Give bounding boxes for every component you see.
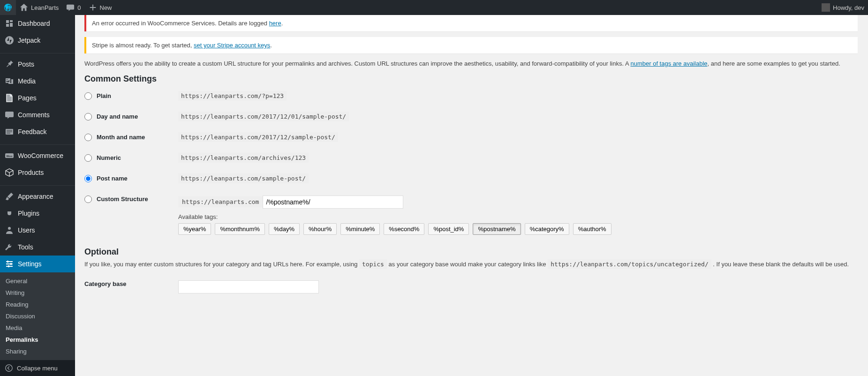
comment-icon [66, 3, 75, 12]
menu-label: Appearance [18, 193, 53, 200]
submenu-item-discussion[interactable]: Discussion [0, 310, 75, 319]
sidebar-item-comments[interactable]: Comments [0, 106, 75, 123]
optional-text: If you like, you may enter custom struct… [84, 260, 859, 270]
example-dayname: https://leanparts.com/2017/12/01/sample-… [178, 112, 349, 121]
permalink-option-custom[interactable]: Custom Structure [84, 196, 174, 203]
menu-label: Pages [18, 94, 37, 102]
wp-logo[interactable] [0, 0, 16, 15]
howdy-text: Howdy, dev [833, 4, 864, 11]
svg-point-2 [7, 79, 8, 80]
sidebar-item-woocommerce[interactable]: WooWooCommerce [0, 147, 75, 164]
tag-button-hour[interactable]: %hour% [303, 223, 337, 235]
feedback-icon [5, 127, 14, 136]
avatar-icon [822, 3, 830, 12]
permalink-option-plain[interactable]: Plain [84, 92, 174, 100]
sidebar-item-pages[interactable]: Pages [0, 90, 75, 106]
svg-rect-10 [8, 265, 9, 267]
sidebar-item-appearance[interactable]: Appearance [0, 188, 75, 205]
category-base-input[interactable] [178, 280, 319, 293]
tag-button-monthnum[interactable]: %monthnum% [215, 223, 265, 235]
permalink-option-monthname[interactable]: Month and name [84, 134, 174, 141]
custom-structure-input[interactable] [263, 196, 403, 209]
sliders-icon [5, 259, 14, 269]
woo-icon: Woo [5, 151, 14, 160]
tag-button-day[interactable]: %day% [269, 223, 300, 235]
permalink-option-postname[interactable]: Post name [84, 175, 174, 182]
sidebar-item-plugins[interactable]: Plugins [0, 205, 75, 222]
menu-label: Settings [18, 260, 42, 268]
woocommerce-error-notice: An error occurred in WooCommerce Service… [84, 15, 858, 31]
submenu-item-reading[interactable]: Reading [0, 299, 75, 310]
menu-label: Media [18, 77, 36, 85]
tag-button-second[interactable]: %second% [384, 223, 424, 235]
svg-point-7 [8, 227, 11, 230]
brush-icon [5, 192, 14, 201]
new-content-link[interactable]: New [85, 0, 116, 15]
permalink-option-numeric[interactable]: Numeric [84, 154, 174, 162]
comment-icon [5, 110, 14, 120]
jetpack-icon [5, 36, 14, 45]
svg-point-1 [5, 36, 14, 45]
menu-label: Products [18, 169, 44, 176]
comments-count: 0 [77, 4, 81, 11]
menu-label: Posts [18, 60, 34, 68]
custom-prefix: https://leanparts.com [178, 196, 263, 207]
sidebar-item-users[interactable]: Users [0, 222, 75, 239]
tag-button-post_id[interactable]: %post_id% [428, 223, 469, 235]
sidebar-item-products[interactable]: Products [0, 164, 75, 181]
menu-label: Jetpack [18, 37, 40, 44]
pin-icon [5, 60, 14, 69]
sidebar-item-settings[interactable]: Settings [0, 256, 75, 272]
tag-button-author[interactable]: %author% [573, 223, 611, 235]
radio-custom[interactable] [84, 196, 92, 203]
tag-button-category[interactable]: %category% [525, 223, 569, 235]
example-monthname: https://leanparts.com/2017/12/sample-pos… [178, 132, 338, 142]
radio-monthname[interactable] [84, 134, 92, 141]
radio-dayname[interactable] [84, 113, 92, 120]
user-icon [5, 226, 14, 235]
wordpress-icon [4, 3, 12, 12]
example-numeric: https://leanparts.com/archives/123 [178, 153, 309, 163]
plug-icon [5, 209, 14, 218]
sidebar-item-feedback[interactable]: Feedback [0, 123, 75, 140]
sidebar-item-media[interactable]: Media [0, 73, 75, 90]
site-name: LeanParts [31, 4, 59, 11]
menu-label: Tools [18, 243, 33, 251]
woo-error-link[interactable]: here [269, 20, 281, 27]
tag-button-year[interactable]: %year% [178, 223, 211, 235]
stripe-keys-link[interactable]: set your Stripe account keys [194, 42, 270, 49]
example-plain: https://leanparts.com/?p=123 [178, 91, 287, 101]
svg-rect-3 [7, 94, 12, 102]
svg-rect-0 [822, 3, 830, 12]
submenu-item-general[interactable]: General [0, 275, 75, 287]
optional-heading: Optional [84, 247, 859, 257]
sidebar-item-posts[interactable]: Posts [0, 56, 75, 73]
tags-docs-link[interactable]: number of tags are available [630, 60, 707, 67]
account-link[interactable]: Howdy, dev [818, 0, 868, 15]
radio-postname[interactable] [84, 175, 92, 182]
menu-label: Plugins [18, 210, 39, 217]
comments-link[interactable]: 0 [62, 0, 84, 15]
sidebar-item-dashboard[interactable]: Dashboard [0, 15, 75, 32]
available-tags-label: Available tags: [178, 213, 854, 220]
dashboard-icon [5, 19, 14, 28]
category-base-label: Category base [84, 274, 178, 300]
svg-rect-9 [10, 263, 12, 265]
sidebar-item-jetpack[interactable]: Jetpack [0, 32, 75, 49]
radio-plain[interactable] [84, 92, 92, 100]
common-settings-heading: Common Settings [84, 74, 859, 84]
menu-label: Dashboard [18, 20, 50, 27]
tag-button-minute[interactable]: %minute% [340, 223, 380, 235]
pages-icon [5, 93, 14, 103]
permalink-option-dayname[interactable]: Day and name [84, 113, 174, 120]
submenu-item-writing[interactable]: Writing [0, 287, 75, 299]
home-icon [20, 3, 28, 12]
site-home-link[interactable]: LeanParts [16, 0, 62, 15]
menu-label: Comments [18, 111, 50, 119]
menu-label: Users [18, 226, 35, 234]
box-icon [5, 168, 14, 177]
tag-button-postname[interactable]: %postname% [473, 223, 521, 235]
stripe-notice: Stripe is almost ready. To get started, … [84, 37, 858, 53]
sidebar-item-tools[interactable]: Tools [0, 239, 75, 256]
radio-numeric[interactable] [84, 154, 92, 162]
